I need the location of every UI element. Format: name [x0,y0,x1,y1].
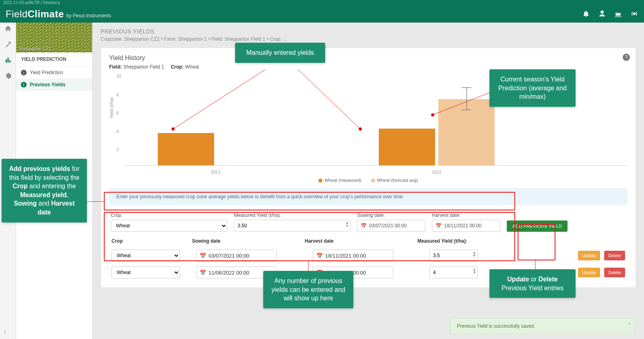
field-value: Shepparton Field 1 [123,64,164,70]
crop-select[interactable]: Wheat [111,220,227,232]
anno-prediction: Current season's Yield Prediction (avera… [489,69,576,107]
calendar-icon: 📅 [200,270,206,276]
collapse-icon[interactable]: ‹ [4,329,6,335]
info-banner: Enter your previously measured crop zone… [109,188,627,205]
crop-label: Crop: [171,64,184,70]
breadcrumb: PREVIOUS YIELDS Cropzone: Shepparton CZ2… [101,23,636,44]
measured-yield-label: Measured Yield (t/ha): [234,212,351,218]
delete-button[interactable]: Delete [604,268,625,277]
sidebar-item-label: Yield Prediction [30,70,63,75]
table-row: Wheat📅03/07/2021 00:00📅18/11/2021 00:00▲… [109,247,627,264]
tools-icon[interactable] [4,41,12,49]
close-icon[interactable]: × [628,321,631,327]
calendar-icon: 📅 [316,253,323,259]
harvest-date-value: 18/11/2021 00:00 [444,223,481,229]
delete-button[interactable]: Delete [604,251,625,260]
sowing-date-value: 03/07/2021 00:00 [369,223,407,229]
user-icon[interactable] [598,10,606,19]
sidebar-item-yield-prediction[interactable]: iYield Prediction [16,67,92,79]
app-header: FieldClimate by Pessl Instruments [0,6,644,23]
harvest-date-input[interactable]: 📅18/11/2021 00:00 [432,220,500,232]
home-icon[interactable] [4,25,12,33]
anno-update-delete: Update or Delete Previous Yield entries [489,269,576,298]
sidebar-item-previous-yields[interactable]: iPrevious Yields [16,79,92,91]
row-crop-select[interactable]: Wheat [111,266,180,279]
factory-icon[interactable] [614,10,622,19]
th-crop: Crop [111,238,192,244]
field-image[interactable]: Shepparton CZ2 [16,23,92,52]
th-measured: Measured Yield (t/ha): [417,238,625,244]
row-sowing-date[interactable]: 📅03/07/2021 00:00 [196,250,277,262]
harvest-date-label: Harvest date: [432,212,500,218]
logo-sub: by Pessl Instruments [66,13,111,19]
help-icon[interactable]: ? [623,54,630,61]
y-axis-label: Yield (t/ha) [109,97,114,119]
sowing-date-input[interactable]: 📅03/07/2021 00:00 [357,220,425,232]
update-button[interactable]: Update [578,251,600,260]
anno-table-rows: Any number of previous yields can be ent… [263,271,353,308]
logo-word1: Field [6,8,28,19]
anno-manual-yields: Manually entered yields [235,43,325,63]
card-title: Yield History [109,54,627,62]
add-yield-form: Crop: Wheat Measured Yield (t/ha): ▲▼ So… [109,211,627,233]
sowing-date-label: Sowing date: [357,212,425,218]
row-crop-select[interactable]: Wheat [111,250,180,262]
yield-table-header: Crop Sowing date Harvest date Measured Y… [109,233,627,247]
row-measured-input[interactable] [429,266,478,279]
page-title: PREVIOUS YIELDS [101,28,636,35]
bell-icon[interactable] [582,10,590,19]
field-label: Field: [109,64,122,70]
sidebar-item-label: Previous Yields [30,82,66,87]
calendar-icon: 📅 [200,253,206,259]
chart-legend: Wheat (measured)Wheat (forecast avg) [109,178,627,183]
row-harvest-date[interactable]: 📅18/11/2021 00:00 [313,250,393,262]
crop-value: Wheat [185,64,199,70]
th-harvest: Harvest date [305,238,417,244]
logo: FieldClimate by Pessl Instruments [6,8,111,20]
gear-icon[interactable] [4,72,12,81]
field-image-label: Shepparton CZ2 [19,46,51,51]
anno-add-yields: Add previous yields for this field by se… [2,159,87,223]
toast-text: Previous Yield is successfully saved. [457,323,535,329]
row-measured-input[interactable] [429,250,478,262]
calendar-icon: 📅 [361,223,367,229]
version-strip: 2022-11-03.ad4b7f8 / Dewberry [0,0,644,6]
logo-word2: Climate [28,8,64,19]
success-toast: Previous Yield is successfully saved. × [450,318,635,334]
chart-icon[interactable] [4,56,12,65]
th-sowing: Sowing date [192,238,305,244]
broadcast-icon[interactable] [630,10,638,19]
measured-yield-input[interactable] [234,220,351,232]
calendar-icon: 📅 [436,223,442,229]
crop-select-label: Crop: [111,212,227,218]
breadcrumb-path: Cropzone: Shepparton CZ2 • Farm: Sheppar… [101,36,636,42]
sidebar-heading: YIELD PREDICTION [16,52,92,67]
update-button[interactable]: Update [578,268,600,277]
add-previous-yield-button[interactable]: ADD PREVIOUS YIELD [507,220,568,232]
